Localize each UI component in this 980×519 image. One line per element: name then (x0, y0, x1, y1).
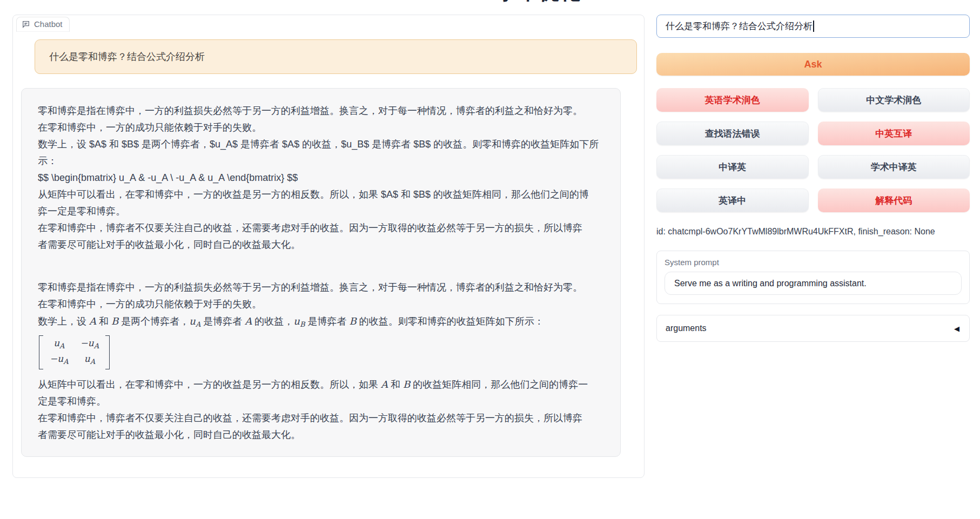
text-segment: 是两个博弈者， (118, 316, 189, 327)
question-input[interactable]: 什么是零和博弈？结合公式介绍分析 (656, 15, 970, 38)
btn-explain-code[interactable]: 解释代码 (818, 188, 970, 212)
math-var: A (245, 315, 252, 327)
bot-rendered-line: 零和博弈是指在博弈中，一方的利益损失必然等于另一方的利益增益。换言之，对于每一种… (38, 279, 604, 296)
bot-raw-line: 数学上，设 $A$ 和 $B$ 是两个博弈者，$u_A$ 是博弈者 $A$ 的收… (38, 136, 604, 153)
bot-raw-line: 在零和博弈中，博弈者不仅要关注自己的收益，还需要考虑对手的收益。因为一方取得的收… (38, 220, 604, 237)
page-title-cropped: ChatGPT 学术优化 (0, 0, 980, 4)
bot-raw-line: 者需要尽可能让对手的收益最小化，同时自己的收益最大化。 (38, 237, 604, 253)
question-input-value: 什么是零和博弈？结合公式介绍分析 (666, 20, 813, 32)
user-message-text: 什么是零和博弈？结合公式介绍分析 (49, 51, 205, 62)
arguments-accordion-label: arguments (666, 323, 707, 333)
text-segment: 的收益矩阵相同，那么他们之间的博弈一 (410, 379, 588, 390)
bot-raw-line: 在零和博弈中，一方的成功只能依赖于对手的失败。 (38, 119, 604, 136)
bot-rendered-answer: 零和博弈是指在博弈中，一方的利益损失必然等于另一方的利益增益。换言之，对于每一种… (38, 279, 604, 443)
bot-raw-line: 示： (38, 153, 604, 170)
text-segment: 的收益。则零和博弈的收益矩阵如下所示： (357, 316, 544, 327)
system-prompt-panel: System prompt Serve me as a writing and … (656, 251, 970, 304)
btn-chinese-academic-polish[interactable]: 中文学术润色 (818, 88, 970, 112)
math-var: A (89, 315, 96, 327)
system-prompt-label: System prompt (664, 258, 962, 267)
matrix-bracket-right (105, 335, 110, 369)
bot-message-bubble: 零和博弈是指在博弈中，一方的利益损失必然等于另一方的利益增益。换言之，对于每一种… (21, 88, 621, 457)
matrix-cell: −uA (80, 337, 99, 352)
bot-rendered-line-math: 从矩阵中可以看出，在零和博弈中，一方的收益是另一方的相反数。所以，如果 A 和 … (38, 376, 604, 393)
text-segment: 数学上，设 (38, 316, 89, 327)
page-title: ChatGPT 学术优化 (0, 0, 980, 4)
completion-status-line: id: chatcmpl-6wOo7KrYTwMl89lbrMWRu4UkFFX… (656, 227, 970, 237)
accordion-collapse-icon: ◀ (954, 325, 959, 333)
action-button-grid: 英语学术润色 中文学术润色 查找语法错误 中英互译 中译英 学术中译英 英译中 … (656, 88, 970, 212)
btn-find-grammar-errors[interactable]: 查找语法错误 (656, 122, 809, 145)
system-prompt-value: Serve me as a writing and programming as… (674, 279, 867, 288)
chat-history[interactable]: 什么是零和博弈？结合公式介绍分析 零和博弈是指在博弈中，一方的利益损失必然等于另… (13, 32, 644, 457)
matrix-cell: uA (50, 337, 69, 352)
ask-button[interactable]: Ask (656, 53, 970, 76)
matrix-cell: uA (80, 353, 99, 368)
bot-rendered-line: 在零和博弈中，一方的成功只能依赖于对手的失败。 (38, 296, 604, 313)
chatbot-label-text: Chatbot (34, 19, 63, 29)
btn-zh-to-en[interactable]: 中译英 (656, 155, 809, 179)
math-var: u (293, 315, 300, 327)
chatbot-label: Chatbot (16, 17, 70, 32)
bot-raw-answer: 零和博弈是指在博弈中，一方的利益损失必然等于另一方的利益增益。换言之，对于每一种… (38, 103, 604, 253)
math-var: B (403, 379, 410, 390)
math-var: A (381, 379, 388, 390)
matrix-bracket-left (39, 335, 43, 369)
text-caret (813, 21, 814, 32)
chatbot-panel: Chatbot 什么是零和博弈？结合公式介绍分析 零和博弈是指在博弈中，一方的利… (12, 15, 645, 478)
text-segment: 是博弈者 (200, 316, 245, 327)
math-var: u (189, 315, 196, 327)
text-segment: 是博弈者 (305, 316, 349, 327)
bot-rendered-line: 在零和博弈中，博弈者不仅要关注自己的收益，还需要考虑对手的收益。因为一方取得的收… (38, 410, 604, 427)
btn-english-academic-polish[interactable]: 英语学术润色 (656, 88, 809, 112)
text-segment: 和 (388, 379, 403, 390)
text-segment: 和 (96, 316, 111, 327)
bot-raw-line: 零和博弈是指在博弈中，一方的利益损失必然等于另一方的利益增益。换言之，对于每一种… (38, 103, 604, 119)
bot-rendered-line: 定是零和博弈。 (38, 393, 604, 410)
text-segment: 的收益， (252, 316, 293, 327)
control-column: 什么是零和博弈？结合公式介绍分析 Ask 英语学术润色 中文学术润色 查找语法错… (656, 15, 970, 342)
btn-zh-en-mutual-translate[interactable]: 中英互译 (818, 122, 970, 145)
math-var: B (349, 315, 356, 327)
matrix-cell: −uA (50, 353, 69, 368)
chat-bubble-icon (22, 20, 30, 29)
text-segment: 从矩阵中可以看出，在零和博弈中，一方的收益是另一方的相反数。所以，如果 (38, 379, 381, 390)
bot-rendered-line: 者需要尽可能让对手的收益最小化，同时自己的收益最大化。 (38, 427, 604, 443)
math-var: B (111, 315, 118, 327)
user-message-bubble: 什么是零和博弈？结合公式介绍分析 (35, 39, 637, 74)
bot-rendered-line-math: 数学上，设 A 和 B 是两个博弈者，uA 是博弈者 A 的收益，uB 是博弈者… (38, 313, 604, 333)
btn-en-to-zh[interactable]: 英译中 (656, 188, 809, 212)
bot-raw-line: 弈一定是零和博弈。 (38, 203, 604, 220)
payoff-matrix: uA −uA −uA uA (39, 335, 604, 372)
arguments-accordion[interactable]: arguments ◀ (656, 315, 970, 342)
bot-raw-line: 从矩阵中可以看出，在零和博弈中，一方的收益是另一方的相反数。所以，如果 $A$ … (38, 186, 604, 203)
btn-academic-zh-to-en[interactable]: 学术中译英 (818, 155, 970, 179)
main-row: Chatbot 什么是零和博弈？结合公式介绍分析 零和博弈是指在博弈中，一方的利… (0, 4, 980, 478)
system-prompt-input[interactable]: Serve me as a writing and programming as… (664, 272, 962, 295)
math-subscript: A (196, 320, 200, 328)
bot-raw-latex-line: $$ \begin{bmatrix} u_A & -u_A \ -u_A & u… (38, 170, 604, 186)
